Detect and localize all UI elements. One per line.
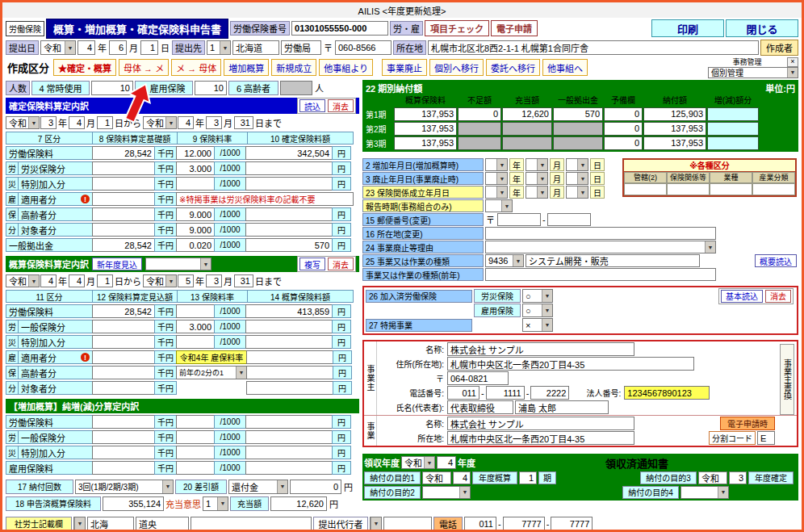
base-field[interactable] [92, 320, 155, 333]
business-type-prev-field[interactable] [485, 268, 716, 281]
sangyo-bunrui-field[interactable] [752, 183, 795, 195]
print-button[interactable]: 印刷 [651, 19, 724, 37]
tel3-field[interactable]: 2222 [530, 386, 569, 400]
rate-field[interactable] [176, 335, 215, 349]
submit-dest-select[interactable]: 1 [207, 40, 231, 55]
copy-button[interactable]: 複写 [299, 258, 325, 270]
year-select[interactable] [485, 172, 508, 185]
rosai-joined-select[interactable]: ○ [522, 289, 553, 303]
tel2-field[interactable]: 7777 [503, 517, 545, 531]
base-field[interactable] [92, 415, 155, 429]
rate-field[interactable] [176, 461, 215, 475]
submit-year-field[interactable]: 4 [77, 40, 95, 55]
era-select[interactable]: 令和 [6, 274, 40, 287]
kubun-tajiso-yori-button[interactable]: 他事組より [319, 59, 373, 76]
base-field[interactable] [92, 335, 155, 349]
owner-rewrite-button[interactable]: 事業主書換 [780, 344, 794, 415]
tel1-field[interactable]: 011 [464, 517, 496, 531]
rate-field[interactable] [176, 446, 215, 459]
day-field[interactable]: 1 [97, 274, 113, 287]
koyo-joined-select[interactable]: ○ [522, 304, 553, 317]
month-field[interactable]: 3 [206, 116, 222, 129]
amount-field[interactable]: 413,859 [245, 304, 333, 318]
rep-name-field[interactable]: 浦島 太郎 [515, 400, 609, 414]
base-field[interactable] [92, 430, 155, 444]
daiko-field[interactable] [383, 517, 432, 531]
owner-address-field[interactable]: 札幌市中央区北一条西20丁目4-35 [447, 357, 694, 371]
difference-field[interactable]: 0 [290, 480, 341, 494]
houkoku-select[interactable] [485, 199, 513, 212]
clear-button[interactable]: 消去 [328, 258, 354, 270]
submit-day-field[interactable]: 1 [140, 40, 158, 55]
amount-field[interactable] [245, 223, 333, 237]
rep-title-field[interactable]: 代表取締役 [447, 400, 513, 414]
business-type-code-select[interactable]: 9436 [485, 254, 524, 267]
day-field[interactable]: 31 [234, 116, 253, 129]
receipt-year-field[interactable]: 4 [437, 456, 456, 469]
rate-field[interactable]: 3.000 [176, 320, 215, 333]
p1-year-field[interactable]: 4 [453, 471, 471, 484]
base-field[interactable] [92, 161, 155, 175]
day-field[interactable]: 1 [97, 116, 113, 129]
gaisan-cell[interactable]: 137,953 [394, 122, 457, 136]
amount-field[interactable] [245, 446, 333, 459]
dest-addr-field[interactable]: 札幌市北区北8西2-1-1 札幌第1合同庁舎 [428, 40, 759, 55]
amount-field[interactable]: 570 [245, 238, 333, 252]
owner-name-field[interactable]: 株式会社 サンプル [447, 342, 634, 356]
sharoushi-field1[interactable]: 北海 [87, 517, 134, 531]
rate-field[interactable]: 9.000 [176, 207, 215, 221]
p1-era-field[interactable]: 令和 [422, 471, 451, 484]
amount-field[interactable] [245, 415, 333, 429]
base-field[interactable] [92, 177, 155, 191]
nofu-cell[interactable]: 125,903 [643, 107, 706, 121]
juto-ishi-select[interactable]: 1 [203, 496, 228, 511]
gaisan-cell[interactable]: 137,953 [394, 107, 457, 121]
kubun-haishi-button[interactable]: 事業廃止 [382, 59, 427, 76]
nofu-cell[interactable]: 137,953 [643, 122, 706, 136]
rate-field[interactable]: 0.020 [176, 238, 215, 252]
juto-cell[interactable]: 12,620 [502, 107, 552, 121]
year-field[interactable]: 3 [40, 116, 57, 129]
year-field[interactable]: 4 [178, 116, 194, 129]
insurance-no-field[interactable]: 01301055550-000 [291, 21, 388, 36]
amount-field[interactable]: 342,504 [245, 146, 333, 160]
split-code-field[interactable]: E [757, 431, 775, 445]
new-year-estimate-button[interactable]: 新年度見込 [92, 258, 142, 270]
year-select[interactable] [485, 158, 508, 171]
era-select[interactable]: 令和 [143, 116, 177, 129]
fusoku-cell[interactable]: 0 [458, 107, 501, 121]
owner-zip-field[interactable]: 064-0821 [447, 371, 509, 385]
yobi-cell[interactable]: 0 [604, 122, 643, 136]
tel3-field[interactable]: 7777 [551, 517, 593, 531]
rate-field[interactable] [176, 177, 215, 191]
day-field[interactable]: 31 [234, 274, 253, 287]
amount-field[interactable] [245, 320, 333, 333]
gyoshu-field[interactable] [710, 183, 752, 195]
amount-field[interactable] [246, 350, 333, 364]
address-change-field[interactable] [485, 227, 716, 240]
yobi-cell[interactable]: 0 [604, 107, 643, 121]
payment-count-select[interactable]: 3回(1期/2期/3期) [75, 480, 174, 494]
business-name-field[interactable]: 株式会社 サンプル [447, 417, 634, 430]
hoken-kankei-field[interactable] [667, 183, 710, 195]
base-field[interactable] [92, 461, 155, 475]
dest-bureau-field[interactable]: 労働局 [281, 40, 321, 55]
receipt-era-select[interactable]: 令和 [401, 456, 435, 469]
yobi-cell[interactable]: 0 [604, 136, 643, 150]
base-field[interactable]: 28,542 [92, 304, 155, 318]
clear-button[interactable]: 消去 [328, 99, 354, 112]
base-field[interactable] [92, 192, 155, 206]
year-field[interactable]: 4 [40, 274, 57, 287]
author-button[interactable]: 作成者 [760, 40, 798, 56]
rate-field[interactable] [176, 415, 215, 429]
month-select[interactable] [526, 186, 548, 199]
kubun-itaku-ikou-button[interactable]: 委託へ移行 [486, 59, 540, 76]
e-apply-button[interactable]: 電子申請 [491, 20, 538, 36]
amount-field[interactable] [246, 381, 333, 395]
month-select[interactable] [526, 172, 548, 185]
day-select[interactable] [566, 186, 588, 199]
basic-load-button[interactable]: 基本読込 [721, 290, 763, 303]
month-select[interactable] [526, 158, 548, 171]
tel1-field[interactable]: 011 [447, 386, 479, 400]
year-field[interactable]: 5 [178, 274, 194, 287]
